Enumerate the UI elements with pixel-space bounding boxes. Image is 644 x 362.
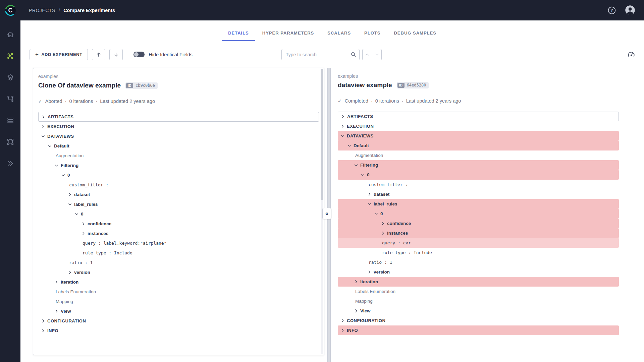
chevron-right-icon[interactable] [68, 192, 72, 197]
tab-details[interactable]: DETAILS [222, 31, 255, 41]
tree-row-view[interactable]: View [338, 306, 619, 316]
move-down-button[interactable] [109, 49, 123, 60]
tree-row-configuration[interactable]: CONFIGURATION [38, 316, 319, 326]
tree-row-0[interactable]: 0 [38, 170, 319, 180]
tree-row-artifacts[interactable]: ARTIFACTS [38, 112, 319, 122]
next-match-button[interactable] [372, 49, 381, 60]
chevron-right-icon[interactable] [340, 318, 345, 323]
chevron-right-icon[interactable] [341, 114, 345, 119]
tree-row-0[interactable]: 0 [38, 209, 319, 219]
collapse-panel-button[interactable]: « [322, 208, 331, 219]
clearml-logo[interactable]: C [0, 0, 20, 20]
experiment-id-badge[interactable]: ID 64ed5280 [397, 82, 429, 88]
sidebar-item-datasets[interactable] [0, 67, 20, 88]
chevron-right-icon[interactable] [354, 280, 358, 284]
chevron-down-icon[interactable] [68, 202, 72, 206]
tree-row-info[interactable]: INFO [38, 326, 319, 336]
chevron-down-icon[interactable] [367, 202, 372, 206]
tree-node-label: Labels Enumeration [355, 289, 395, 294]
chevron-down-icon[interactable] [374, 212, 378, 216]
tree-row-default[interactable]: Default [38, 141, 319, 151]
tree-row-iteration[interactable]: Iteration [38, 277, 319, 287]
breadcrumb-separator: / [59, 7, 60, 13]
experiment-id-badge[interactable]: ID cb9c0b6e [125, 82, 158, 89]
chevron-right-icon[interactable] [81, 231, 86, 236]
tree-row-mapping: Mapping [38, 297, 319, 306]
sidebar-item-annotator[interactable] [0, 131, 20, 153]
chevron-right-icon[interactable] [381, 221, 385, 226]
sidebar-item-applications[interactable] [0, 153, 20, 174]
tab-plots[interactable]: PLOTS [358, 31, 386, 41]
tree-row-instances[interactable]: instances [38, 229, 319, 238]
topbar: C PROJECTS / Compare Experiments ? [0, 0, 644, 20]
tree-row-info[interactable]: INFO [338, 325, 619, 335]
chevron-right-icon[interactable] [81, 222, 86, 226]
chevron-down-icon[interactable] [54, 163, 59, 168]
chevron-right-icon[interactable] [367, 270, 372, 274]
chevron-right-icon[interactable] [54, 309, 59, 313]
tree-row-iteration[interactable]: Iteration [338, 277, 619, 287]
project-name: examples [38, 74, 319, 79]
tree-row-0[interactable]: 0 [338, 209, 619, 219]
tree-row-filtering[interactable]: Filtering [338, 160, 619, 170]
chevron-down-icon[interactable] [41, 134, 45, 138]
chevron-right-icon[interactable] [41, 124, 45, 129]
tree-row-artifacts[interactable]: ARTIFACTS [338, 112, 619, 121]
compare-view-button[interactable] [627, 51, 635, 59]
search-input[interactable] [281, 49, 360, 60]
tree-row-0[interactable]: 0 [338, 170, 619, 180]
tree-row-version[interactable]: version [338, 267, 619, 277]
chevron-right-icon[interactable] [354, 309, 358, 313]
tree-row-filtering[interactable]: Filtering [38, 161, 319, 170]
hide-identical-toggle[interactable] [133, 52, 145, 57]
chevron-down-icon[interactable] [361, 173, 365, 177]
chevron-right-icon[interactable] [381, 231, 385, 235]
chevron-down-icon[interactable] [340, 134, 345, 138]
chevron-down-icon[interactable] [347, 143, 352, 148]
tree-row-execution[interactable]: EXECUTION [338, 121, 619, 131]
chevron-right-icon[interactable] [68, 270, 72, 275]
tree-row-execution[interactable]: EXECUTION [38, 122, 319, 131]
tree-row-dataset[interactable]: dataset [38, 190, 319, 199]
tree-row-dataviews[interactable]: DATAVIEWS [38, 131, 319, 141]
tree-row-version[interactable]: version [38, 267, 319, 277]
tree-row-view[interactable]: View [38, 306, 319, 316]
tab-scalars[interactable]: SCALARS [321, 31, 357, 41]
tree-row-label-rules[interactable]: label_rules [338, 199, 619, 209]
previous-match-button[interactable] [363, 49, 372, 60]
sidebar-item-home[interactable] [0, 24, 20, 45]
tab-hyper-parameters[interactable]: HYPER PARAMETERS [256, 31, 320, 41]
tree-row-instances[interactable]: instances [338, 228, 619, 238]
search-icon[interactable] [350, 51, 357, 58]
chevron-down-icon[interactable] [74, 212, 79, 216]
move-up-button[interactable] [92, 49, 105, 60]
chevron-right-icon[interactable] [41, 328, 45, 333]
tree-row-default[interactable]: Default [338, 141, 619, 150]
chevron-down-icon[interactable] [61, 173, 65, 177]
chevron-right-icon[interactable] [340, 124, 345, 128]
add-experiment-button[interactable]: + ADD EXPERIMENT [30, 49, 88, 60]
tree-row-confidence[interactable]: confidence [38, 219, 319, 229]
tab-debug-samples[interactable]: DEBUG SAMPLES [388, 31, 442, 41]
tree-row-confidence[interactable]: confidence [338, 219, 619, 228]
tree-node-label: dataset [374, 192, 389, 197]
chevron-down-icon[interactable] [48, 144, 52, 148]
user-avatar[interactable] [625, 5, 635, 15]
breadcrumb-projects-link[interactable]: PROJECTS [29, 8, 55, 13]
sidebar-item-projects[interactable] [0, 45, 20, 67]
id-chip: ID [126, 83, 133, 88]
sidebar-item-pipelines[interactable] [0, 88, 20, 110]
scrollbar-thumb[interactable] [321, 69, 323, 200]
chevron-right-icon[interactable] [367, 192, 372, 196]
chevron-down-icon[interactable] [354, 163, 358, 167]
tree-row-label-rules[interactable]: label_rules [38, 199, 319, 209]
tree-row-configuration[interactable]: CONFIGURATION [338, 316, 619, 325]
chevron-right-icon[interactable] [54, 280, 59, 284]
chevron-right-icon[interactable] [41, 319, 45, 323]
tree-row-dataviews[interactable]: DATAVIEWS [338, 131, 619, 141]
help-icon[interactable]: ? [607, 6, 616, 15]
tree-row-dataset[interactable]: dataset [338, 189, 619, 199]
chevron-right-icon[interactable] [340, 328, 345, 333]
chevron-right-icon[interactable] [41, 115, 46, 119]
sidebar-item-queues[interactable] [0, 110, 20, 131]
